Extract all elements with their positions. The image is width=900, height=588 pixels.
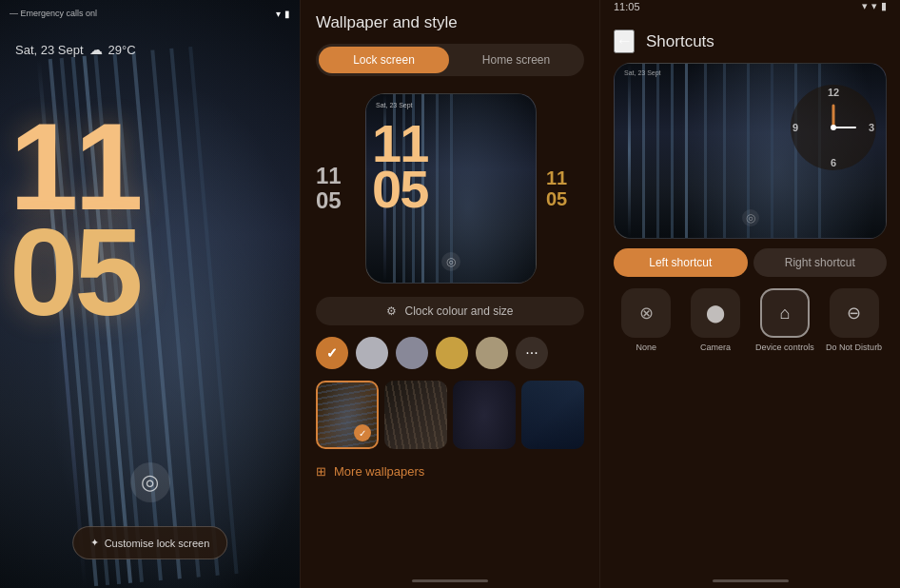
shortcuts-title: Shortcuts bbox=[646, 32, 714, 51]
shortcuts-phone-preview: Sat, 23 Sept 12 3 6 9 ◎ bbox=[614, 63, 887, 239]
emergency-text: — Emergency calls onl bbox=[10, 9, 97, 18]
panel2-header: Wallpaper and style Lock screen Home scr… bbox=[301, 0, 599, 86]
tab-lock-screen[interactable]: Lock screen bbox=[319, 47, 449, 73]
add-icon: ⊞ bbox=[316, 464, 326, 479]
shortcuts-preview-fingerprint: ◎ bbox=[742, 209, 759, 226]
clock-colour-size-button[interactable]: ⚙ Clock colour and size bbox=[316, 297, 584, 325]
shortcut-camera[interactable]: ⬤ Camera bbox=[683, 288, 749, 352]
phone-preview: Sat, 23 Sept 11 05 ◎ bbox=[365, 93, 537, 284]
time-right-preview: 1105 bbox=[546, 167, 584, 209]
wallpaper-thumb-3[interactable] bbox=[453, 381, 516, 449]
more-wallpapers-button[interactable]: ⊞ More wallpapers bbox=[316, 459, 424, 484]
shortcut-options-grid: ⊗ None ⬤ Camera ⌂ Device controls ⊖ Do N… bbox=[600, 288, 900, 352]
clock-hands bbox=[791, 85, 876, 170]
lock-screen-panel: — Emergency calls onl ▾ ▮ Sat, 23 Sept ☁… bbox=[0, 0, 300, 588]
swatch-orange[interactable]: ✓ bbox=[316, 337, 348, 369]
shortcut-side-tabs: Left shortcut Right shortcut bbox=[614, 248, 887, 277]
preview-time: 11 05 bbox=[372, 121, 427, 211]
fingerprint-button[interactable]: ◎ bbox=[130, 462, 170, 502]
svg-point-2 bbox=[831, 125, 836, 130]
lock-date: Sat, 23 Sept ☁ 29°C bbox=[15, 42, 136, 57]
temperature-text: 29°C bbox=[108, 43, 136, 57]
dnd-icon-wrap: ⊖ bbox=[830, 288, 879, 338]
weather-icon: ☁ bbox=[89, 42, 103, 57]
selected-checkmark: ✓ bbox=[354, 424, 371, 441]
shortcuts-preview-date: Sat, 23 Sept bbox=[624, 69, 661, 76]
date-text: Sat, 23 Sept bbox=[15, 43, 84, 57]
more-wallpapers-label: More wallpapers bbox=[334, 464, 424, 479]
fingerprint-icon: ◎ bbox=[141, 470, 159, 495]
analog-clock: 12 3 6 9 bbox=[791, 85, 876, 170]
signal-icon: ▾ bbox=[862, 0, 868, 12]
wallpaper-style-panel: Wallpaper and style Lock screen Home scr… bbox=[300, 0, 600, 588]
wallpaper-thumbnails: ✓ bbox=[301, 375, 599, 455]
none-icon: ⊗ bbox=[639, 303, 654, 323]
status-bar-3: 11:05 ▾ ▾ ▮ bbox=[600, 0, 900, 16]
swatch-tan[interactable] bbox=[476, 337, 508, 369]
customise-lock-screen-button[interactable]: ✦ Customise lock screen bbox=[72, 526, 228, 559]
camera-icon: ⬤ bbox=[706, 303, 725, 323]
wallpaper-thumb-1[interactable]: ✓ bbox=[316, 381, 379, 449]
wallpaper-thumb-2[interactable] bbox=[384, 381, 447, 449]
customise-label: Customise lock screen bbox=[105, 538, 210, 549]
right-shortcut-tab[interactable]: Right shortcut bbox=[753, 248, 888, 277]
none-label: None bbox=[636, 343, 657, 352]
device-controls-icon-wrap: ⌂ bbox=[760, 288, 810, 338]
preview-fingerprint: ◎ bbox=[441, 252, 460, 271]
dnd-icon: ⊖ bbox=[847, 303, 861, 323]
shortcut-none[interactable]: ⊗ None bbox=[614, 288, 679, 352]
left-shortcut-tab[interactable]: Left shortcut bbox=[614, 248, 748, 277]
status-icons: ▾ ▮ bbox=[276, 9, 290, 19]
wifi-icon: ▾ bbox=[276, 9, 281, 19]
none-icon-wrap: ⊗ bbox=[621, 288, 671, 338]
dnd-label: Do Not Disturb bbox=[826, 343, 882, 352]
wallpaper-preview-area: 11 05 Sat, 23 Sept 11 05 ◎ 1105 bbox=[301, 86, 599, 291]
tab-home-screen[interactable]: Home screen bbox=[451, 47, 581, 73]
device-controls-label: Device controls bbox=[755, 343, 814, 352]
more-colors-button[interactable]: ··· bbox=[516, 337, 548, 369]
battery-icon-3: ▮ bbox=[881, 0, 887, 12]
lock-minute: 05 bbox=[10, 220, 140, 325]
device-controls-icon: ⌂ bbox=[779, 304, 790, 323]
battery-icon: ▮ bbox=[284, 9, 290, 19]
customise-icon: ✦ bbox=[90, 537, 99, 549]
swatch-gray[interactable] bbox=[396, 337, 428, 369]
time-left-preview: 11 05 bbox=[316, 164, 356, 214]
preview-min: 05 bbox=[372, 159, 427, 219]
home-indicator bbox=[412, 579, 488, 582]
back-button[interactable]: ← bbox=[614, 29, 635, 53]
status-icons-3: ▾ ▾ ▮ bbox=[862, 0, 887, 12]
shortcut-dnd[interactable]: ⊖ Do Not Disturb bbox=[821, 288, 887, 352]
panel2-title: Wallpaper and style bbox=[316, 13, 584, 32]
preview-date: Sat, 23 Sept bbox=[376, 102, 413, 108]
color-swatches: ✓ ··· bbox=[301, 331, 599, 375]
home-indicator-3 bbox=[713, 579, 789, 582]
clock-face: 12 3 6 9 bbox=[791, 85, 876, 170]
shortcuts-panel: 11:05 ▾ ▾ ▮ ← Shortcuts Sat, 23 Sept 12 … bbox=[600, 0, 900, 588]
screen-type-tabs: Lock screen Home screen bbox=[316, 44, 584, 76]
camera-icon-wrap: ⬤ bbox=[691, 288, 740, 338]
wallpaper-thumb-4[interactable] bbox=[521, 381, 584, 449]
status-time: 11:05 bbox=[614, 1, 640, 12]
shortcut-device-controls[interactable]: ⌂ Device controls bbox=[753, 288, 818, 352]
wifi-icon-3: ▾ bbox=[871, 0, 877, 12]
swatch-gold[interactable] bbox=[436, 337, 468, 369]
clock-colour-label: Clock colour and size bbox=[404, 304, 513, 318]
lock-time: 11 05 bbox=[10, 114, 140, 324]
status-bar: — Emergency calls onl ▾ ▮ bbox=[0, 0, 300, 27]
shortcuts-header: ← Shortcuts bbox=[600, 16, 900, 63]
settings-icon: ⚙ bbox=[386, 304, 397, 318]
swatch-silver[interactable] bbox=[356, 337, 388, 369]
camera-label: Camera bbox=[700, 343, 731, 352]
